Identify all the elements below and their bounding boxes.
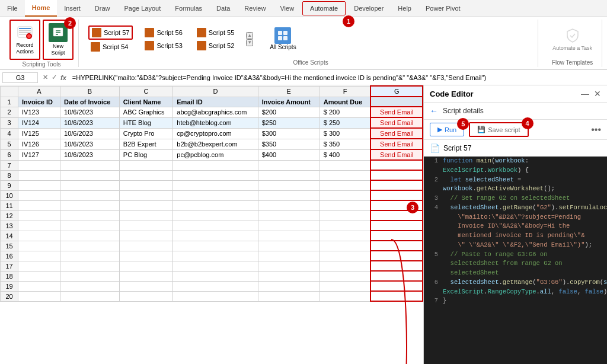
cell-5-6[interactable]: Send Email: [370, 139, 423, 149]
tab-insert[interactable]: Insert: [57, 0, 88, 17]
cell-15-2: [119, 241, 172, 251]
cell-6-1: 10/6/2023: [60, 149, 120, 160]
code-line: 5 // Paste to range G3:G6 on selectedShe…: [424, 250, 607, 278]
col-b-header: B: [60, 86, 120, 97]
scroll-up-button[interactable]: ▲: [246, 32, 253, 39]
cell-14-4: [258, 231, 320, 241]
tab-developer[interactable]: Developer: [347, 0, 391, 17]
script-57-button[interactable]: Script 57: [88, 25, 133, 40]
cell-17-5: [320, 261, 370, 271]
code-line: 4 selectedSheet.getRange("G2").setFormul…: [424, 203, 607, 250]
script-icon-55: [197, 28, 206, 37]
tab-home[interactable]: Home: [25, 0, 57, 17]
tab-view[interactable]: View: [273, 0, 301, 17]
scripting-tools-group: Record Actions: [5, 20, 79, 67]
row-num-12: 12: [1, 210, 18, 221]
cell-13-1: [60, 221, 120, 231]
cell-10-2: [119, 190, 172, 200]
new-script-label: New Script: [46, 43, 70, 56]
cancel-formula-icon[interactable]: ✕: [43, 74, 48, 81]
cell-2-6[interactable]: Send Email: [370, 107, 423, 117]
script-54-button[interactable]: Script 54: [88, 41, 133, 53]
cell-7-4: [258, 160, 320, 170]
cell-3-6[interactable]: Send Email: [370, 117, 423, 128]
cell-3-4: $250: [258, 117, 320, 128]
line-number: 5: [424, 250, 440, 278]
formula-input[interactable]: [71, 73, 605, 82]
insert-function-icon[interactable]: fx: [60, 74, 66, 81]
cell-reference[interactable]: [2, 72, 38, 83]
script-53-label: Script 53: [156, 42, 182, 49]
scroll-down-button[interactable]: ▼: [246, 39, 253, 46]
script-53-button[interactable]: Script 53: [142, 40, 184, 52]
record-actions-button[interactable]: Record Actions: [9, 20, 40, 60]
cell-14-6: [370, 231, 423, 241]
svg-rect-12: [283, 31, 287, 35]
table-row: 15: [1, 241, 423, 251]
row-num-7: 7: [1, 160, 18, 170]
cell-4-6[interactable]: Send Email: [370, 128, 423, 139]
ribbon: File Home Insert Draw Page Layout Formul…: [0, 0, 607, 70]
cell-15-6: [370, 241, 423, 251]
script-name-row: 📄 Script 57: [424, 140, 607, 157]
cell-1-0: Invoice ID: [18, 97, 60, 107]
cell-5-2: B2B Expert: [119, 139, 172, 149]
main-area: A B C D E F G 1Invoice IDDate of Invoice…: [0, 85, 607, 364]
row-num-14: 14: [1, 231, 18, 241]
automate-task-button[interactable]: Automate a Task: [548, 24, 597, 54]
minimize-button[interactable]: —: [581, 89, 589, 98]
table-row: 8: [1, 170, 423, 180]
all-scripts-button[interactable]: All Scripts: [265, 25, 301, 53]
line-number: 2: [424, 175, 440, 194]
cell-11-3: [173, 200, 258, 210]
tab-review[interactable]: Review: [237, 0, 273, 17]
line-content: function main(workbook: ExcelScript.Work…: [440, 157, 607, 175]
cell-18-4: [258, 271, 320, 281]
more-options-button[interactable]: •••: [591, 124, 601, 135]
row-num-19: 19: [1, 281, 18, 291]
script-56-button[interactable]: Script 56: [142, 27, 184, 39]
code-line: 7}: [424, 296, 607, 306]
tab-draw[interactable]: Draw: [88, 0, 117, 17]
line-number: 4: [424, 203, 440, 250]
script-icon-56: [145, 28, 154, 37]
cell-14-2: [119, 231, 172, 241]
script-details-bar: ← Script details: [424, 103, 607, 120]
tab-formulas[interactable]: Formulas: [168, 0, 209, 17]
all-scripts-icon: [274, 27, 291, 44]
tab-file[interactable]: File: [0, 0, 25, 17]
script-52-button[interactable]: Script 52: [194, 40, 237, 52]
cell-18-1: [60, 271, 120, 281]
code-area[interactable]: 1function main(workbook: ExcelScript.Wor…: [424, 157, 607, 364]
cell-9-6: [370, 180, 423, 190]
script-54-label: Script 54: [103, 43, 128, 50]
tab-help[interactable]: Help: [391, 0, 418, 17]
tab-automate[interactable]: Automate: [302, 1, 346, 15]
cell-13-6: [370, 221, 423, 231]
tab-page-layout[interactable]: Page Layout: [117, 0, 168, 17]
line-number: 6: [424, 278, 440, 297]
table-row: 3IV12410/6/2023HTE Bloghteb@hteblog.com$…: [1, 117, 423, 128]
cell-1-4: Invoice Amount: [258, 97, 320, 107]
confirm-formula-icon[interactable]: ✓: [52, 74, 57, 81]
cell-17-3: [173, 261, 258, 271]
badge-1: 1: [343, 15, 354, 27]
script-55-button[interactable]: Script 55: [194, 27, 237, 39]
cell-18-0: [18, 271, 60, 281]
cell-3-0: IV124: [18, 117, 60, 128]
table-row: 5IV12610/6/2023B2B Expertb2b@b2bexpert.c…: [1, 139, 423, 149]
table-row: 18: [1, 271, 423, 281]
save-script-button[interactable]: 💾 Save script: [469, 122, 528, 137]
back-arrow-icon[interactable]: ←: [430, 106, 438, 116]
code-line: 1function main(workbook: ExcelScript.Wor…: [424, 157, 607, 175]
tab-power-pivot[interactable]: Power Pivot: [418, 0, 468, 17]
cell-10-4: [258, 190, 320, 200]
play-icon: ▶: [437, 126, 442, 133]
svg-rect-2: [19, 30, 31, 31]
cell-16-5: [320, 251, 370, 261]
close-button[interactable]: ✕: [594, 89, 601, 98]
tab-data[interactable]: Data: [209, 0, 237, 17]
cell-5-5: $ 350: [320, 139, 370, 149]
cell-8-5: [320, 170, 370, 180]
cell-6-6[interactable]: Send Email: [370, 149, 423, 160]
